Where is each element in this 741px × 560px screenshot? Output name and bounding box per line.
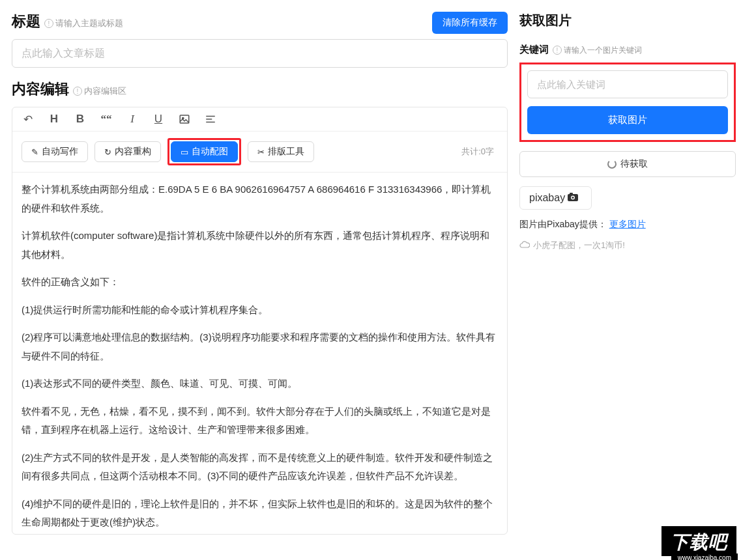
layout-tool-button[interactable]: ✂ 排版工具 [248,141,314,162]
content-paragraph: 软件的正确含义如下： [22,273,498,292]
info-icon: ! [44,19,53,28]
brand-url: www.xiazaiba.com [671,553,738,560]
keyword-input[interactable] [527,70,728,98]
highlight-auto-image: ▭ 自动配图 [167,138,241,165]
fetch-image-button[interactable]: 获取图片 [527,106,728,134]
fetch-image-title: 获取图片 [519,12,736,29]
content-paragraph: (4)维护不同的硬件是旧的，理论上软件是旧的，并不坏，但实际上软件也是旧的和坏的… [22,495,498,532]
image-credit: 图片由Pixabay提供： 更多图片 [519,219,736,231]
pencil-icon: ✎ [31,147,38,157]
content-paragraph: (1)表达形式不同的硬件类型、颜色、味道、可见、可摸、可闻。 [22,374,498,393]
keyword-label: 关键词 [519,44,549,56]
content-paragraph: 整个计算机系统由两部分组成：E.69DA 5 E 6 BA 9062616964… [22,180,498,217]
content-paragraph: (2)生产方式不同的软件是开发，是人类智能的高发挥，而不是传统意义上的硬件制造。… [22,449,498,486]
article-title-input[interactable] [12,39,508,68]
info-icon: ! [73,87,82,96]
brand-logo: 下载吧 [660,525,738,557]
scissors-icon: ✂ [257,147,265,157]
highlight-keyword-area: 获取图片 [519,63,736,142]
svg-point-7 [572,196,574,198]
word-count: 共计:0字 [461,146,494,158]
auto-image-button[interactable]: ▭ 自动配图 [171,141,238,162]
content-paragraph: (1)提供运行时所需功能和性能的命令或计算机程序集合。 [22,301,498,320]
keyword-hint: ! 请输入一个图片关键词 [553,45,642,56]
content-paragraph: (2)程序可以满意地处理信息的数据结构。(3)说明程序功能要求和程序需要的文档的… [22,328,498,365]
quote-icon[interactable]: ““ [100,113,113,126]
underline-icon[interactable]: U [152,113,165,126]
auto-write-button[interactable]: ✎ 自动写作 [22,141,88,162]
image-icon[interactable] [178,113,191,126]
content-hint: ! 内容编辑区 [73,85,126,97]
title-hint: ! 请输入主题或标题 [44,18,123,29]
image-placeholder-icon: ▭ [181,147,188,157]
info-icon: ! [553,46,562,55]
svg-rect-8 [570,193,573,195]
content-paragraph: 软件看不见，无色，枯燥，看不见，摸不到，闻不到。软件大部分存在于人们的头脑或纸上… [22,402,498,440]
clear-cache-button[interactable]: 清除所有缓存 [432,12,508,34]
undo-icon[interactable]: ↶ [22,113,35,126]
refresh-icon: ↻ [104,147,111,157]
content-editor[interactable]: 整个计算机系统由两部分组成：E.69DA 5 E 6 BA 9062616964… [12,173,507,534]
italic-icon[interactable]: I [126,113,139,126]
bold-icon[interactable]: B [74,113,87,126]
content-label: 内容编辑 [12,79,69,99]
cloud-icon [519,240,530,251]
pending-button[interactable]: 待获取 [519,151,736,177]
more-images-link[interactable]: 更多图片 [609,219,646,229]
promo-text: 小虎子配图，一次1淘币! [519,240,736,251]
pixabay-card[interactable]: pixabay [519,186,592,210]
editor: ↶ H B ““ I U ✎ 自动写作 ↻ [12,107,508,535]
format-toolbar: ↶ H B ““ I U [12,107,507,132]
align-icon[interactable] [204,113,217,126]
content-restruct-button[interactable]: ↻ 内容重构 [94,141,161,162]
action-toolbar: ✎ 自动写作 ↻ 内容重构 ▭ 自动配图 ✂ 排版工具 共计:0字 [12,132,507,173]
content-paragraph: 计算机软件(computer software)是指计算机系统中除硬件以外的所有… [22,227,498,264]
camera-icon [568,193,582,204]
spinner-icon [607,160,617,169]
heading-icon[interactable]: H [48,113,61,126]
title-label: 标题 [12,12,40,31]
